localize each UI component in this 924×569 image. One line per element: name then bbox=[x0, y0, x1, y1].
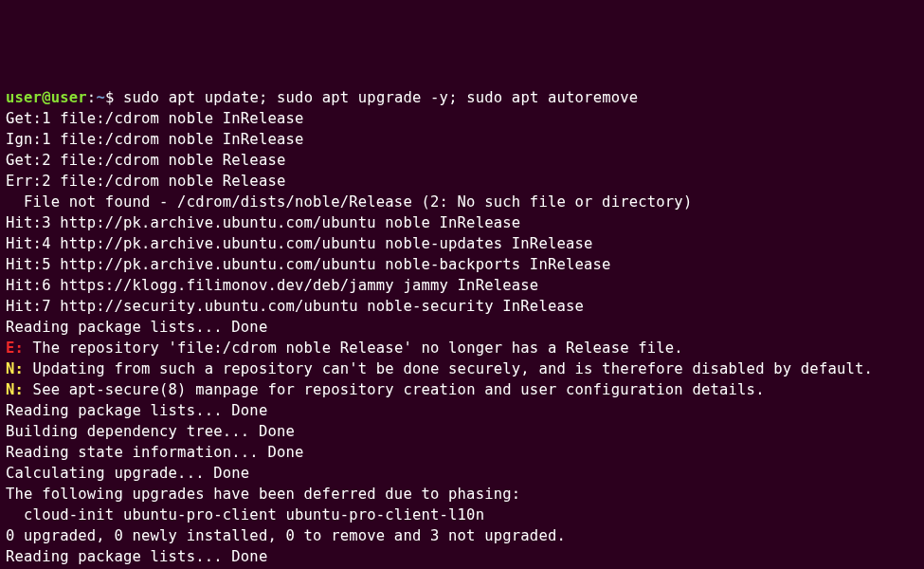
output-text: The repository 'file:/cdrom noble Releas… bbox=[24, 340, 683, 357]
prompt-host: user bbox=[51, 89, 87, 106]
output-line: N: See apt-secure(8) manpage for reposit… bbox=[6, 379, 918, 400]
output-text: The following upgrades have been deferre… bbox=[6, 486, 520, 503]
output-text: Calculating upgrade... Done bbox=[6, 465, 249, 482]
output-line: Hit:6 https://klogg.filimonov.dev/deb/ja… bbox=[6, 275, 918, 296]
output-text: 0 upgraded, 0 newly installed, 0 to remo… bbox=[6, 527, 566, 544]
output-text: Reading package lists... Done bbox=[6, 319, 267, 336]
output-text: Hit:7 http://security.ubuntu.com/ubuntu … bbox=[6, 298, 584, 315]
output-line: Ign:1 file:/cdrom noble InRelease bbox=[6, 129, 918, 150]
output-line: Err:2 file:/cdrom noble Release bbox=[6, 171, 918, 192]
prompt-at: @ bbox=[42, 89, 51, 106]
output-line: Reading package lists... Done bbox=[6, 400, 918, 421]
notice-prefix: N: bbox=[6, 360, 24, 377]
output-text: Reading state information... Done bbox=[6, 444, 304, 461]
output-line: N: Updating from such a repository can't… bbox=[6, 358, 918, 379]
output-line: File not found - /cdrom/dists/noble/Rele… bbox=[6, 192, 918, 212]
output-text: Ign:1 file:/cdrom noble InRelease bbox=[6, 131, 304, 148]
output-line: Hit:5 http://pk.archive.ubuntu.com/ubunt… bbox=[6, 254, 918, 275]
output-text: See apt-secure(8) manpage for repository… bbox=[24, 381, 765, 398]
output-line: Reading package lists... Done bbox=[6, 317, 918, 338]
output-line: Hit:7 http://security.ubuntu.com/ubuntu … bbox=[6, 296, 918, 317]
output-line: cloud-init ubuntu-pro-client ubuntu-pro-… bbox=[6, 505, 918, 525]
output-line: E: The repository 'file:/cdrom noble Rel… bbox=[6, 338, 918, 358]
notice-prefix: N: bbox=[6, 381, 24, 398]
output-text: Updating from such a repository can't be… bbox=[24, 360, 873, 377]
output-text: File not found - /cdrom/dists/noble/Rele… bbox=[6, 193, 692, 211]
output-line: Get:1 file:/cdrom noble InRelease bbox=[6, 108, 918, 129]
output-text: Get:2 file:/cdrom noble Release bbox=[6, 152, 286, 169]
output-text: Hit:5 http://pk.archive.ubuntu.com/ubunt… bbox=[6, 256, 611, 273]
output-line: Building dependency tree... Done bbox=[6, 421, 918, 442]
output-line: 0 upgraded, 0 newly installed, 0 to remo… bbox=[6, 525, 918, 546]
error-prefix: E: bbox=[6, 340, 24, 357]
output-line: Reading package lists... Done bbox=[6, 546, 918, 567]
output-line: Calculating upgrade... Done bbox=[6, 463, 918, 484]
output-line: Hit:4 http://pk.archive.ubuntu.com/ubunt… bbox=[6, 233, 918, 254]
output-line: Reading state information... Done bbox=[6, 442, 918, 463]
output-line: Get:2 file:/cdrom noble Release bbox=[6, 150, 918, 171]
output-text: Err:2 file:/cdrom noble Release bbox=[6, 173, 286, 190]
output-line: The following upgrades have been deferre… bbox=[6, 484, 918, 505]
prompt-dollar: $ bbox=[105, 89, 123, 106]
output-text: Hit:6 https://klogg.filimonov.dev/deb/ja… bbox=[6, 277, 538, 294]
output-text: cloud-init ubuntu-pro-client ubuntu-pro-… bbox=[6, 506, 484, 523]
output-text: Hit:4 http://pk.archive.ubuntu.com/ubunt… bbox=[6, 235, 593, 252]
terminal-output: Get:1 file:/cdrom noble InReleaseIgn:1 f… bbox=[6, 108, 918, 569]
output-text: Get:1 file:/cdrom noble InRelease bbox=[6, 110, 304, 127]
output-text: Building dependency tree... Done bbox=[6, 423, 295, 440]
output-text: Reading package lists... Done bbox=[6, 402, 267, 419]
prompt-path: ~ bbox=[96, 89, 105, 106]
prompt-colon: : bbox=[87, 89, 97, 106]
output-text: Reading package lists... Done bbox=[6, 548, 267, 565]
prompt-line-1[interactable]: user@user:~$ sudo apt update; sudo apt u… bbox=[6, 87, 918, 108]
prompt-user: user bbox=[6, 89, 42, 106]
output-line: Hit:3 http://pk.archive.ubuntu.com/ubunt… bbox=[6, 212, 918, 233]
command-text: sudo apt update; sudo apt upgrade -y; su… bbox=[123, 89, 638, 106]
output-text: Hit:3 http://pk.archive.ubuntu.com/ubunt… bbox=[6, 214, 520, 231]
